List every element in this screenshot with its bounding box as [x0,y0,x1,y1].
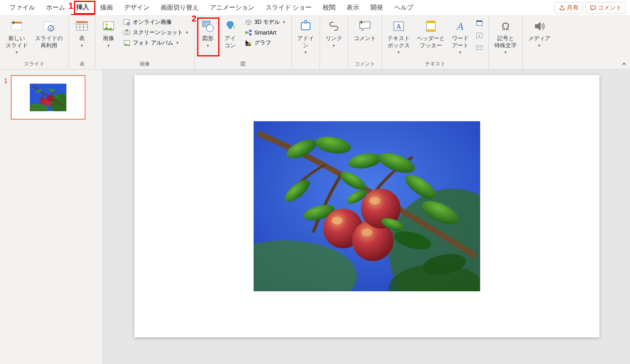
svg-rect-18 [246,43,248,45]
collapse-ribbon-icon[interactable] [621,61,627,67]
group-symbols-label [492,67,519,69]
photo-album-label: フォト アルバム [133,39,173,46]
tab-design[interactable]: デザイン [118,1,155,14]
thumbnail-number: 1 [4,75,8,85]
tab-draw[interactable]: 描画 [95,1,118,14]
chart-button[interactable]: グラフ [242,38,288,48]
chart-icon [245,39,252,46]
speaker-icon [532,19,547,33]
slide[interactable] [134,75,599,337]
table-icon [75,19,89,33]
new-slide-button[interactable]: 新しい スライド ▼ [3,17,30,56]
svg-rect-17 [249,33,252,35]
svg-rect-21 [301,23,310,30]
online-pictures-label: オンライン画像 [133,19,172,26]
link-icon [327,19,341,33]
tab-transitions[interactable]: 画面切り替え [155,1,204,14]
3d-models-label: 3D モデル [254,19,280,26]
pictures-button[interactable]: 画像 ▼ [99,17,118,49]
screenshot-button[interactable]: スクリーンショット ▼ [121,28,191,37]
headerfooter-button[interactable]: ヘッダーと フッター [415,17,447,50]
group-table: 表 ▼ 表 [69,16,95,69]
headerfooter-icon [424,19,438,33]
wordart-icon: A [453,19,467,33]
tab-animations[interactable]: アニメーション [204,1,260,14]
media-button[interactable]: メディア ▼ [526,17,553,49]
textbox-icon: A [392,19,406,33]
svg-point-64 [369,197,380,205]
screenshot-label: スクリーンショット [133,29,183,36]
group-images: 画像 ▼ オンライン画像 スクリーンショット ▼ [95,16,195,69]
svg-rect-34 [478,47,481,48]
tab-home[interactable]: ホーム [41,1,71,14]
chevron-down-icon: ▼ [80,44,84,48]
smartart-label: SmartArt [254,29,276,36]
chevron-down-icon: ▼ [537,44,541,48]
share-label: 共有 [567,4,579,12]
tab-review[interactable]: 校閲 [317,1,341,14]
svg-rect-16 [249,30,252,32]
share-icon [559,5,565,11]
insert-comment-label: コメント [354,35,376,42]
tab-insert[interactable]: 挿入 [71,1,95,15]
chevron-down-icon: ▼ [282,20,286,24]
svg-point-7 [105,23,108,26]
photo-album-icon [123,39,130,46]
group-text-label: テキスト [385,60,485,69]
online-pictures-button[interactable]: オンライン画像 [121,17,191,27]
smartart-button[interactable]: SmartArt [242,28,288,37]
group-comments-label: コメント [351,60,378,69]
wordart-label: ワード アート [452,35,469,49]
thumbnail-image-icon [30,83,66,111]
thumbnail-row[interactable]: 1 [4,75,99,120]
group-slide: 新しい スライド ▼ スライドの 再利用 スライド [0,16,69,69]
slide-image [254,121,480,291]
group-links-label [323,67,345,69]
photo-album-button[interactable]: フォト アルバム ▼ [121,38,191,48]
link-button[interactable]: リンク ▼ [323,17,345,49]
tab-developer[interactable]: 開発 [365,1,389,14]
tab-help[interactable]: ヘルプ [389,1,419,14]
slide-number-button[interactable]: # [473,31,485,40]
icons-button[interactable]: アイ コン [220,17,240,50]
group-table-label: 表 [72,60,92,69]
date-time-icon [476,19,483,27]
share-button[interactable]: 共有 [554,2,583,14]
symbols-label: 記号と 特殊文字 [494,35,517,49]
group-media-label [526,67,553,69]
chevron-down-icon: ▼ [397,50,400,54]
object-button[interactable] [473,43,485,52]
shapes-button[interactable]: 図形 ▼ [198,17,218,49]
symbols-button[interactable]: Ω 記号と 特殊文字 ▼ [492,17,519,56]
wordart-button[interactable]: A ワード アート ▼ [450,17,471,56]
group-comments: コメント コメント [348,16,382,69]
ribbon-tabs: ファイル ホーム 挿入 描画 デザイン 画面切り替え アニメーション スライド … [0,0,630,16]
comment-label: コメント [598,4,622,12]
svg-rect-15 [245,31,248,34]
cube-icon [245,19,252,26]
reuse-slide-icon [42,19,56,33]
textbox-button[interactable]: A テキスト ボックス ▼ [385,17,412,56]
svg-rect-30 [477,21,482,22]
tab-file[interactable]: ファイル [4,1,41,14]
addins-button[interactable]: アドイ ン ▼ [295,17,316,56]
tab-view[interactable]: 表示 [341,1,365,14]
insert-comment-icon [358,19,372,33]
shapes-icon [201,19,215,33]
comment-icon [590,5,596,11]
reuse-slide-button[interactable]: スライドの 再利用 [33,17,65,50]
thumbnail-panel: 1 [0,70,103,364]
comment-button[interactable]: コメント [585,2,626,14]
slide-thumbnail-1[interactable] [11,75,85,120]
textbox-label: テキスト ボックス [388,35,410,49]
date-time-button[interactable] [473,18,485,28]
reuse-slide-label: スライドの 再利用 [35,35,63,49]
3d-models-button[interactable]: 3D モデル ▼ [242,17,288,27]
group-links: リンク ▼ [320,16,348,69]
slide-canvas-area[interactable] [103,70,630,364]
tab-slideshow[interactable]: スライド ショー [260,1,317,14]
group-addins-label [295,67,316,69]
svg-point-14 [206,25,213,32]
insert-comment-button[interactable]: コメント [351,17,378,44]
table-button[interactable]: 表 ▼ [72,17,92,49]
